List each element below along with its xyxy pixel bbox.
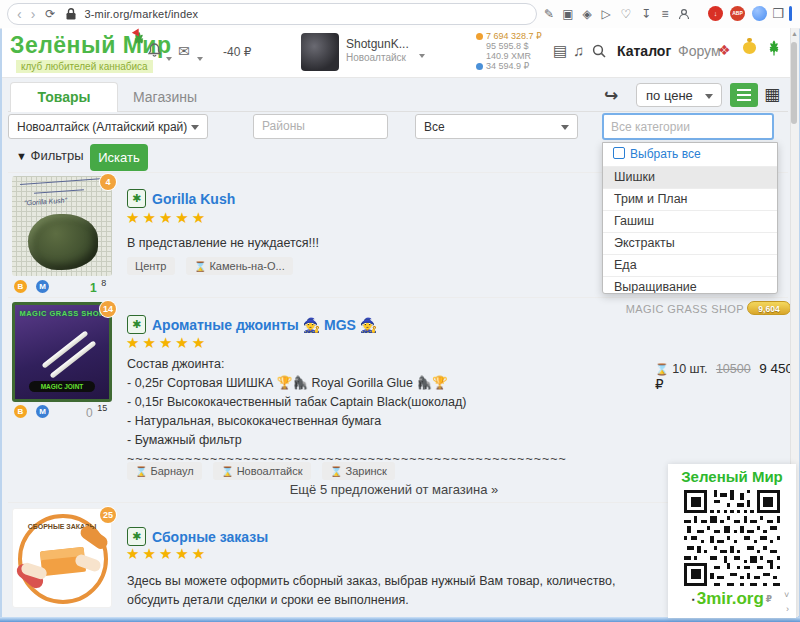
messages-envelope-icon[interactable]: ✉ <box>178 43 190 59</box>
url-text[interactable]: 3-mir.org/market/index <box>84 8 198 20</box>
dropdown-item[interactable]: Гашиш <box>603 210 777 232</box>
tag[interactable]: Центр <box>127 257 175 275</box>
heart-icon[interactable]: ♡ <box>618 7 634 21</box>
bitcoin-icon: B <box>14 405 27 418</box>
back-icon[interactable]: ‹ <box>17 7 22 21</box>
qr-code <box>684 490 780 586</box>
old-price: 10500 <box>716 362 751 376</box>
avatar[interactable] <box>301 33 339 71</box>
money-bag-icon[interactable] <box>743 42 756 54</box>
price-line: ⌛ 10 шт. 10500 9 450 ₽ <box>655 361 800 392</box>
image-shop-name: MAGIC GRASS SHOP <box>15 309 109 318</box>
send-icon[interactable]: ▷ <box>598 7 614 21</box>
leaf-badge-icon: ✱ <box>127 315 146 334</box>
product-image[interactable]: СБОРНЫЕ ЗАКАЗЫ <box>12 508 112 608</box>
hourglass-icon: ⌛ <box>135 466 147 477</box>
scroll-up-icon[interactable]: ▲ <box>791 30 798 37</box>
dropdown-item[interactable]: Еда <box>603 254 777 276</box>
qr-site-link[interactable]: ▪3mir.org₽ <box>668 589 796 609</box>
adblock-icon[interactable]: ABP <box>730 6 745 21</box>
camera-icon[interactable]: ▣ <box>560 7 576 21</box>
districts-input[interactable] <box>253 114 388 139</box>
select-all-option[interactable]: Выбрать все <box>603 143 777 166</box>
balance-value[interactable]: -40 ₽ <box>223 45 251 59</box>
chevron-down-icon <box>191 125 199 130</box>
blue-extension-icon[interactable] <box>752 6 767 21</box>
tag[interactable]: ⌛Новоалтайск <box>213 462 310 480</box>
grid-view-button[interactable]: ▦ <box>764 84 780 105</box>
search-button[interactable]: Искать <box>90 144 148 171</box>
shield-icon[interactable]: ◈ <box>579 7 595 21</box>
tag[interactable]: ⌛Заринск <box>322 462 395 480</box>
tags-row: ⌛Барнаул ⌛Новоалтайск ⌛Заринск <box>127 461 402 480</box>
music-icon[interactable]: ♫ <box>573 42 584 59</box>
shop-name[interactable]: MAGIC GRASS SHOP <box>560 303 744 315</box>
scrollbar-thumb[interactable] <box>791 42 797 124</box>
list-view-icon <box>737 89 751 101</box>
rate-alt: 34 594.9 ₽ <box>476 61 542 71</box>
lock-icon <box>66 8 76 20</box>
extensions-cube-icon[interactable]: ❒ <box>770 7 786 21</box>
dropdown-item[interactable]: Трим и План <box>603 188 777 210</box>
compose-icon[interactable]: ✎ <box>541 7 557 21</box>
product-title[interactable]: Gorilla Kush <box>152 191 235 207</box>
monero-icon: M <box>36 280 49 293</box>
envelope-caret-icon[interactable] <box>194 49 203 67</box>
checkbox-icon[interactable] <box>613 147 625 159</box>
notifications-bell-icon[interactable] <box>148 43 161 57</box>
nav-catalog[interactable]: Каталог <box>617 43 671 59</box>
cannabis-leaf-icon[interactable] <box>765 40 783 57</box>
collapse-chevron-icon[interactable]: ˅ <box>784 590 789 600</box>
product-image[interactable]: "Gorilla Kush" <box>12 176 112 276</box>
product-divider <box>8 297 788 298</box>
menu-lines-icon[interactable]: ≡ <box>657 7 673 21</box>
reload-icon[interactable]: ⟳ <box>45 7 55 21</box>
calculator-icon[interactable]: ▤ <box>553 42 567 60</box>
search-icon[interactable] <box>592 44 606 58</box>
filters-toggle[interactable]: ▼ Фильтры <box>16 148 84 163</box>
profile-icon[interactable] <box>678 8 690 20</box>
dropdown-item[interactable]: Экстракты <box>603 232 777 254</box>
nav-forum[interactable]: Форум <box>678 43 721 59</box>
qr-title: Зеленый Мир <box>668 468 796 485</box>
browser-window: ‹ › ⟳ 3-mir.org/market/index ✎ ▣ ◈ ▷ ♡ ↧… <box>0 0 800 622</box>
browser-toolbar: ‹ › ⟳ 3-mir.org/market/index ✎ ▣ ◈ ▷ ♡ ↧… <box>0 0 800 29</box>
list-view-button[interactable] <box>730 83 758 107</box>
image-label: СБОРНЫЕ ЗАКАЗЫ <box>13 523 111 531</box>
user-name[interactable]: ShotgunK... <box>346 37 409 51</box>
tag[interactable]: ⌛Камень-на-О... <box>186 257 293 275</box>
image-caption: "Gorilla Kush" <box>24 197 67 207</box>
rating-stars: ★★★★★ <box>126 334 208 352</box>
more-offers-link[interactable]: Ещё 5 предложений от магазина » <box>8 482 780 497</box>
city-select[interactable]: Новоалтайск (Алтайский край) <box>8 114 208 139</box>
image-label: MAGIC JOINT <box>29 381 95 392</box>
product-title[interactable]: Сборные заказы <box>152 529 268 545</box>
type-select[interactable]: Все <box>415 114 578 139</box>
tab-shops[interactable]: Магазины <box>133 89 197 105</box>
product-description: Здесь вы можете оформить сборный заказ, … <box>127 572 667 610</box>
download-icon[interactable]: ↧ <box>638 7 654 21</box>
next-chevron-icon[interactable]: › <box>786 604 789 614</box>
community-icon[interactable]: ❖ <box>718 42 731 58</box>
extension-download-icon[interactable]: ↓ <box>708 6 723 21</box>
url-bar[interactable]: ‹ › ⟳ 3-mir.org/market/index <box>7 3 537 25</box>
product-title[interactable]: Ароматные джоинты 🧙 MGS 🧙 <box>152 317 377 333</box>
hourglass-icon: ⌛ <box>194 261 206 272</box>
altcoin-icon <box>476 63 483 70</box>
tag[interactable]: ⌛Барнаул <box>127 462 202 480</box>
bud-photo <box>28 214 98 270</box>
shop-rating-badge: 9,604 <box>747 301 791 315</box>
dropdown-item[interactable]: Шишки <box>603 166 777 188</box>
product-image[interactable]: MAGIC GRASS SHOP MAGIC JOINT <box>12 302 112 402</box>
categories-input[interactable] <box>602 113 774 140</box>
hourglass-icon: ⌛ <box>655 363 669 375</box>
user-menu-caret-icon[interactable] <box>416 46 425 64</box>
dropdown-item[interactable]: Выращивание <box>603 276 777 294</box>
qr-widget: Зеленый Мир ▪3mir.org₽ ˅ › <box>668 464 796 618</box>
monero-icon: M <box>36 405 49 418</box>
tab-products[interactable]: Товары <box>10 82 118 112</box>
share-icon[interactable]: ↪ <box>604 85 618 106</box>
bell-caret-icon[interactable] <box>163 49 172 67</box>
sort-select[interactable]: по цене <box>636 83 722 107</box>
forward-icon[interactable]: › <box>31 7 36 21</box>
